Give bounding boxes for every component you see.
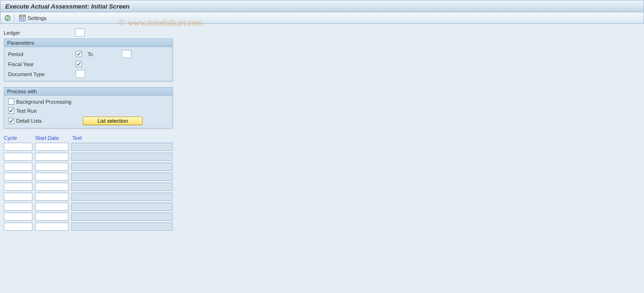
table-header-row: Cycle Start Date Text [4, 135, 640, 141]
text-input [71, 193, 173, 201]
period-row: Period To [8, 50, 168, 58]
settings-icon [19, 15, 26, 21]
text-input [71, 153, 173, 161]
table-row [4, 163, 640, 171]
ledger-label: Ledger [4, 30, 75, 36]
table-row [4, 143, 640, 151]
title-bar: Execute Actual Assessment: Initial Scree… [0, 0, 644, 12]
toolbar: Settings [0, 12, 644, 24]
text-input [71, 173, 173, 181]
start-date-input[interactable] [35, 203, 68, 211]
start-date-input[interactable] [35, 153, 68, 161]
table-row [4, 183, 640, 191]
process-group: Process with Background Processing Test … [4, 87, 173, 128]
text-input [71, 223, 173, 231]
list-selection-button[interactable]: List selection [83, 117, 143, 125]
table-row [4, 213, 640, 221]
process-title: Process with [4, 88, 172, 96]
text-input [71, 203, 173, 211]
page-title: Execute Actual Assessment: Initial Scree… [5, 3, 129, 10]
cycle-input[interactable] [4, 153, 32, 161]
cycle-input[interactable] [4, 163, 32, 171]
cycle-input[interactable] [4, 173, 32, 181]
cycle-input[interactable] [4, 183, 32, 191]
detail-row: Detail Lists List selection [8, 117, 168, 125]
period-required-icon[interactable] [76, 51, 82, 57]
background-checkbox[interactable] [8, 98, 14, 105]
testrun-label: Test Run [16, 108, 168, 114]
table-row [4, 193, 640, 201]
doc-type-input[interactable] [76, 70, 85, 78]
svg-rect-2 [20, 15, 25, 17]
background-label: Background Processing [16, 99, 168, 105]
cycle-input[interactable] [4, 223, 32, 231]
text-input [71, 163, 173, 171]
table-row [4, 173, 640, 181]
testrun-checkbox[interactable] [8, 107, 14, 114]
to-label: To [88, 51, 93, 57]
period-label: Period [8, 51, 76, 57]
period-to-input[interactable] [122, 50, 131, 58]
settings-label: Settings [28, 15, 47, 21]
testrun-row: Test Run [8, 107, 168, 114]
start-date-input[interactable] [35, 183, 68, 191]
fiscal-year-row: Fiscal Year [8, 61, 168, 67]
cycle-input[interactable] [4, 193, 32, 201]
detail-checkbox[interactable] [8, 118, 14, 124]
header-start: Start Date [35, 135, 72, 141]
parameters-title: Parameters [4, 39, 172, 47]
detail-label: Detail Lists [16, 118, 83, 124]
ledger-input[interactable] [75, 29, 85, 37]
table-row [4, 223, 640, 231]
toolbar-divider [14, 14, 14, 22]
execute-icon[interactable] [4, 15, 11, 21]
text-input [71, 143, 173, 151]
ledger-row: Ledger [4, 29, 640, 37]
text-input [71, 183, 173, 191]
background-row: Background Processing [8, 98, 168, 105]
table-row [4, 153, 640, 161]
start-date-input[interactable] [35, 193, 68, 201]
cycle-table: Cycle Start Date Text [4, 135, 640, 231]
text-input [71, 213, 173, 221]
content-area: Ledger Parameters Period To Fiscal Year … [0, 24, 644, 237]
fiscal-year-label: Fiscal Year [8, 61, 76, 67]
doc-type-row: Document Type [8, 70, 168, 78]
start-date-input[interactable] [35, 143, 68, 151]
watermark: © www.tutorialkart.com [119, 18, 203, 28]
start-date-input[interactable] [35, 163, 68, 171]
start-date-input[interactable] [35, 173, 68, 181]
header-cycle: Cycle [4, 135, 35, 141]
doc-type-label: Document Type [8, 71, 76, 77]
start-date-input[interactable] [35, 223, 68, 231]
parameters-group: Parameters Period To Fiscal Year Documen… [4, 39, 173, 81]
cycle-input[interactable] [4, 213, 32, 221]
settings-button[interactable]: Settings [17, 14, 49, 22]
table-row [4, 203, 640, 211]
cycle-input[interactable] [4, 143, 32, 151]
fiscal-year-required-icon[interactable] [76, 61, 82, 67]
cycle-input[interactable] [4, 203, 32, 211]
start-date-input[interactable] [35, 213, 68, 221]
header-text: Text [72, 135, 101, 141]
